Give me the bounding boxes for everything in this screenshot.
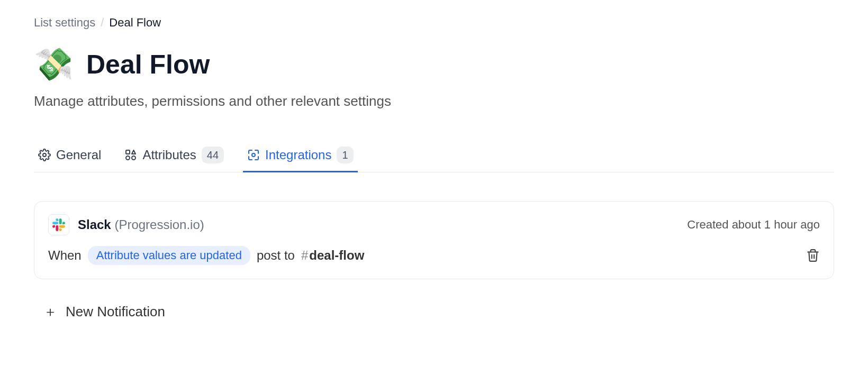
shapes-icon [124,149,137,161]
tab-integrations[interactable]: Integrations 1 [243,141,358,172]
integration-card-header: Slack (Progression.io) Created about 1 h… [48,214,820,235]
svg-point-3 [132,156,135,160]
integration-workspace: (Progression.io) [114,217,204,232]
svg-rect-1 [126,150,130,154]
rule-channel: #deal-flow [301,248,364,263]
integration-name: Slack [78,217,111,232]
svg-point-0 [43,153,46,157]
rule-prefix: When [48,248,82,263]
new-notification-label: New Notification [66,304,165,320]
tab-attributes[interactable]: Attributes 44 [120,141,228,172]
integration-rule: When Attribute values are updated post t… [48,246,364,265]
integration-created: Created about 1 hour ago [687,218,820,232]
page-subtitle: Manage attributes, permissions and other… [34,93,834,109]
svg-point-4 [252,153,255,157]
integration-title: Slack (Progression.io) [78,217,204,232]
slack-icon [48,214,69,235]
integration-card: Slack (Progression.io) Created about 1 h… [34,201,834,279]
breadcrumb-parent-link[interactable]: List settings [34,16,95,30]
rule-mid: post to [257,248,295,263]
money-wings-icon: 💸 [34,49,74,80]
plus-icon: ＋ [43,303,57,321]
svg-point-2 [126,156,130,160]
hash-icon: # [301,248,308,262]
gear-icon [38,149,51,161]
new-notification-button[interactable]: ＋ New Notification [34,303,834,321]
breadcrumb: List settings / Deal Flow [34,16,834,30]
breadcrumb-separator: / [101,16,104,30]
tab-general-label: General [56,148,101,162]
tab-general[interactable]: General [34,142,105,171]
rule-channel-name: deal-flow [309,248,364,262]
page-header: 💸 Deal Flow [34,49,834,80]
tab-integrations-count: 1 [337,147,353,163]
integrations-icon [247,149,260,161]
tab-attributes-label: Attributes [142,148,196,162]
breadcrumb-current: Deal Flow [109,16,161,30]
page-title: Deal Flow [86,49,210,80]
tabs: General Attributes 44 Integrations 1 [34,141,834,172]
delete-integration-button[interactable] [806,249,820,262]
tab-attributes-count: 44 [202,147,224,163]
tab-integrations-label: Integrations [265,148,331,162]
rule-trigger-pill[interactable]: Attribute values are updated [88,246,250,265]
